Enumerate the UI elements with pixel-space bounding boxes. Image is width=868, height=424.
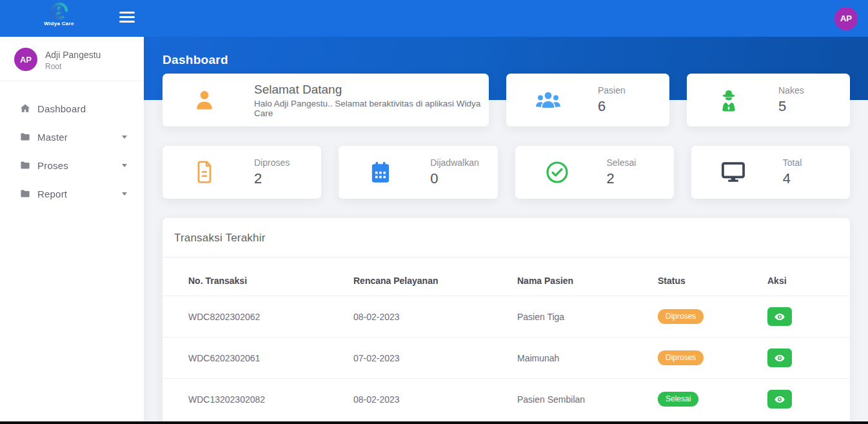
folder-icon	[19, 188, 31, 199]
cell-date: 08-02-2023	[328, 379, 491, 420]
main-content: Dashboard Selamat Datang Halo Adji Pange…	[144, 0, 868, 424]
sidebar-item-report[interactable]: Report	[0, 179, 144, 208]
welcome-subtitle: Halo Adji Pangestu.. Selamat beraktivita…	[254, 99, 489, 118]
widya-care-logo-icon	[48, 2, 70, 21]
stat-label: Diproses	[254, 157, 321, 168]
table-row: WDC6202302061 07-02-2023 Maimunah Dipros…	[163, 338, 850, 379]
col-nama-pasien: Nama Pasien	[491, 257, 632, 296]
stat-card-total: Total 4	[691, 146, 850, 199]
home-icon	[19, 103, 31, 114]
stat-card-nakes: Nakes 5	[687, 74, 850, 126]
col-no-transaksi: No. Transaksi	[163, 257, 328, 296]
sidebar-user-avatar: AP	[14, 48, 37, 71]
sidebar-user-block: AP Adji Pangestu Root	[0, 37, 144, 81]
stat-label: Total	[783, 157, 850, 168]
check-circle-icon	[515, 161, 599, 184]
sidebar-user-role: Root	[45, 62, 101, 71]
status-badge: Diproses	[658, 309, 704, 324]
table-row: WDC13202302082 08-02-2023 Pasien Sembila…	[163, 379, 850, 420]
navbar-right: AP	[834, 7, 868, 30]
view-button[interactable]	[767, 348, 792, 367]
sidebar-item-label: Dashboard	[37, 103, 86, 114]
chevron-down-icon	[122, 164, 127, 167]
eye-icon	[774, 313, 785, 321]
stat-label: Selesai	[607, 157, 674, 168]
stat-card-pasien: Pasien 6	[506, 74, 669, 126]
top-navbar: Widya Care AP	[0, 0, 868, 37]
stat-value: 6	[598, 98, 669, 115]
status-badge: Diproses	[658, 350, 704, 365]
view-button[interactable]	[767, 307, 792, 326]
chevron-down-icon	[122, 192, 127, 196]
stat-card-selesai: Selesai 2	[515, 146, 674, 199]
sidebar-item-master[interactable]: Master	[0, 123, 144, 151]
table-row: WDC8202302062 08-02-2023 Pasien Tiga Dip…	[163, 296, 850, 338]
welcome-card: Selamat Datang Halo Adji Pangestu.. Sela…	[163, 74, 489, 126]
cell-no: WDC6202302061	[163, 338, 328, 379]
transactions-title: Transaksi Terakhir	[174, 232, 834, 245]
col-aksi: Aksi	[742, 257, 850, 296]
file-icon	[163, 161, 246, 184]
cell-name: Maimunah	[491, 338, 632, 379]
users-icon	[506, 89, 590, 111]
cell-date: 07-02-2023	[328, 338, 491, 379]
user-avatar[interactable]: AP	[834, 7, 858, 30]
transactions-table: No. Transaksi Rencana Pelayanan Nama Pas…	[163, 257, 850, 419]
cell-no: WDC13202302082	[163, 379, 328, 420]
sidebar-item-dashboard[interactable]: Dashboard	[0, 94, 144, 123]
welcome-title: Selamat Datang	[254, 83, 489, 97]
user-icon	[163, 88, 246, 112]
eye-icon	[774, 396, 785, 403]
transactions-card: Transaksi Terakhir No. Transaksi Rencana…	[163, 218, 850, 424]
cell-no: WDC8202302062	[163, 296, 328, 338]
col-status: Status	[632, 257, 742, 296]
stat-value: 0	[430, 170, 497, 187]
bottom-window-edge	[0, 421, 868, 424]
page-title: Dashboard	[163, 53, 868, 67]
stat-card-diproses: Diproses 2	[163, 146, 321, 199]
stat-label: Pasien	[598, 85, 669, 96]
sidebar-item-proses[interactable]: Proses	[0, 151, 144, 179]
col-rencana-pelayanan: Rencana Pelayanan	[328, 257, 491, 296]
stat-value: 5	[778, 98, 850, 115]
stat-label: Nakes	[778, 85, 850, 96]
stat-value: 4	[783, 170, 850, 187]
cell-name: Pasien Sembilan	[491, 379, 632, 420]
view-button[interactable]	[767, 390, 792, 409]
app-name: Widya Care	[34, 21, 84, 26]
table-header-row: No. Transaksi Rencana Pelayanan Nama Pas…	[163, 257, 850, 296]
sidebar-user-name: Adji Pangestu	[45, 48, 101, 62]
chevron-down-icon	[122, 136, 127, 139]
folder-icon	[19, 131, 31, 143]
desktop-icon	[691, 161, 775, 183]
stat-card-dijadwalkan: Dijadwalkan 0	[339, 146, 497, 199]
sidebar: AP Adji Pangestu Root Dashboard Master P…	[0, 37, 144, 424]
sidebar-item-label: Report	[37, 188, 67, 199]
stat-label: Dijadwalkan	[430, 157, 497, 168]
folder-icon	[19, 159, 31, 171]
status-badge: Selesai	[658, 392, 698, 407]
stat-value: 2	[254, 170, 321, 187]
sidebar-nav: Dashboard Master Proses Report	[0, 94, 144, 208]
sidebar-item-label: Proses	[37, 160, 68, 171]
menu-icon[interactable]	[119, 12, 135, 25]
calendar-icon	[339, 161, 422, 184]
cell-date: 08-02-2023	[328, 296, 491, 338]
eye-icon	[774, 354, 785, 362]
stat-value: 2	[607, 170, 674, 187]
transactions-header: Transaksi Terakhir	[163, 218, 850, 257]
user-secret-icon	[687, 88, 771, 112]
sidebar-item-label: Master	[37, 132, 68, 143]
cell-name: Pasien Tiga	[491, 296, 632, 338]
navbar-brand-area: Widya Care	[0, 0, 144, 37]
app-logo[interactable]: Widya Care	[34, 2, 84, 26]
